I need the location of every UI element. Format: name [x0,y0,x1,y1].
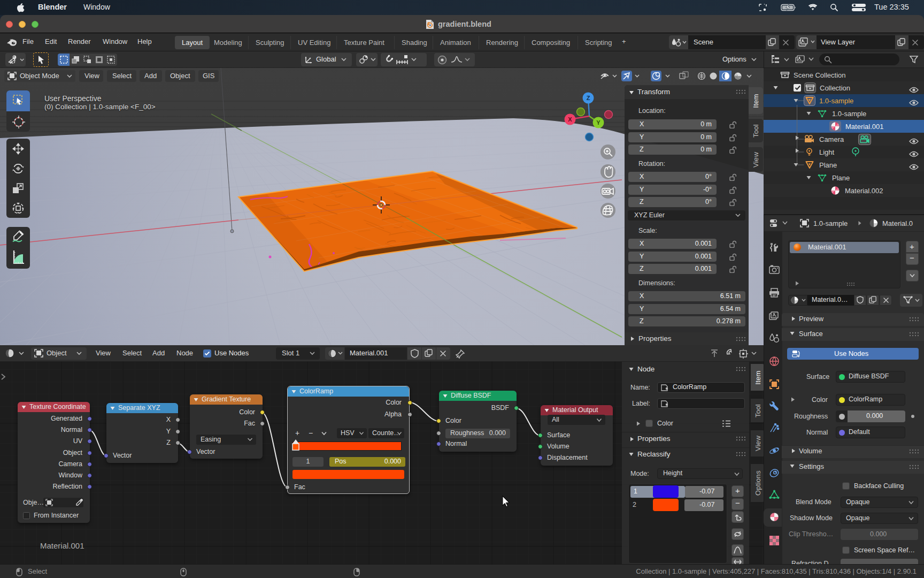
svg-text:X: X [568,116,572,123]
svg-text:Y: Y [596,119,600,126]
svg-text:Z: Z [587,95,590,101]
